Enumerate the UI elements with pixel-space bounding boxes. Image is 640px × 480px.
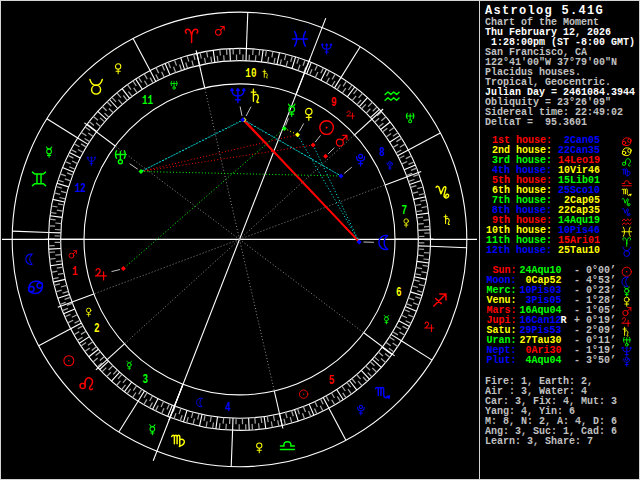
svg-text:3: 3 [142,371,148,386]
svg-text:11: 11 [142,93,153,108]
svg-text:10: 10 [245,66,256,81]
svg-text:9: 9 [331,94,337,109]
svg-text:2: 2 [94,321,100,336]
svg-text:5: 5 [329,373,335,388]
svg-text:1: 1 [72,263,78,278]
svg-text:8: 8 [379,145,385,160]
svg-text:4: 4 [225,400,231,415]
svg-text:7: 7 [401,202,407,217]
svg-text:12: 12 [75,180,86,195]
svg-text:6: 6 [396,285,402,300]
